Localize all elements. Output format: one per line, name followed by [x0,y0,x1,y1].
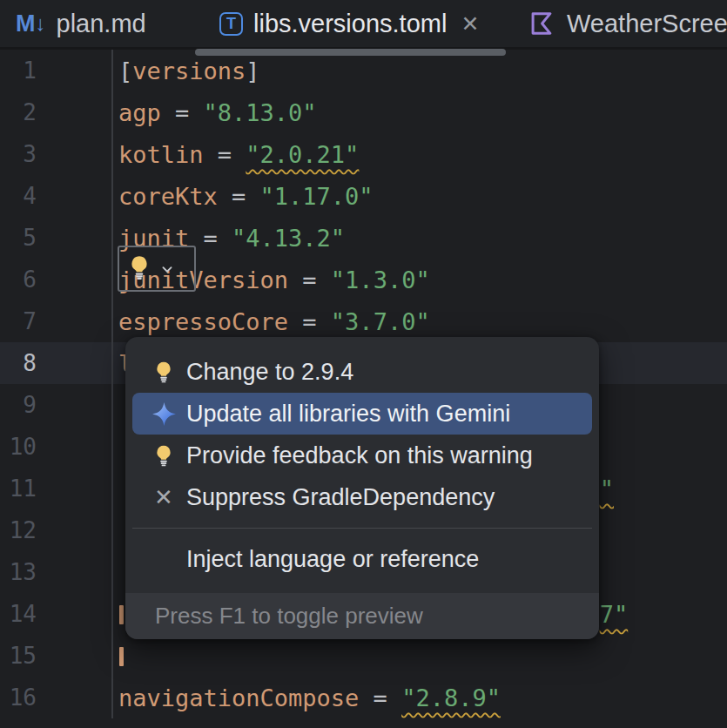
menu-item-label: Change to 2.9.4 [186,359,353,386]
editor-line-4[interactable]: 4coreKtx = "1.17.0" [0,175,727,217]
gutter: 6 [0,259,113,300]
clipped-text-fragment [119,647,124,666]
gemini-sparkle-icon [150,400,178,428]
editor-line-3[interactable]: 3kotlin = "2.0.21" [0,133,727,175]
menu-item-update-all-libraries-with-gemini[interactable]: Update all libraries with Gemini [132,393,592,435]
gutter: 9 [0,384,113,426]
intention-actions-popup: Change to 2.9.4Update all libraries with… [125,337,599,639]
gutter: 10 [0,426,113,468]
code-text: espressoCore = "3.7.0" [113,308,430,335]
menu-item-inject-language-or-reference[interactable]: Inject language or reference [125,538,599,580]
gutter: 15 [0,635,113,677]
intention-menu: Change to 2.9.4Update all libraries with… [125,337,599,580]
editor-line-16[interactable]: 16navigationCompose = "2.8.9" [0,677,727,718]
editor-line-6[interactable]: 6junitVersion = "1.3.0" [0,259,727,300]
intention-bulb-widget[interactable] [118,246,196,292]
line-number: 1 [0,57,37,84]
line-number: 7 [0,308,37,334]
gutter: 2 [0,91,113,133]
line-number: 8 [0,350,37,376]
line-number: 12 [0,517,37,543]
editor-line-15[interactable]: 15 [0,635,727,677]
line-number: 14 [0,601,37,627]
gutter: 5 [0,217,113,259]
menu-item-label: Provide feedback on this warning [186,442,533,469]
menu-item-provide-feedback-on-this-warning[interactable]: Provide feedback on this warning [125,435,599,476]
active-tab-indicator [195,49,506,56]
line-number: 13 [0,559,37,585]
ide-window: M↓plan.mdTlibs.versions.toml✕WeatherScre… [0,0,727,728]
tab-label: libs.versions.toml [253,10,447,38]
menu-item-label: Inject language or reference [186,546,479,573]
tab-plan-md[interactable]: M↓plan.md [0,0,195,49]
toml-icon: T [219,12,243,36]
editor-line-2[interactable]: 2agp = "8.13.0" [0,91,727,133]
code-text: kotlin = "2.0.21" [113,141,359,168]
line-number: 16 [0,684,37,711]
gutter: 1 [0,50,113,91]
code-text: [versions] [113,57,260,84]
popup-footer-hint: Press F1 to toggle preview [125,593,599,639]
chevron-down-icon [158,260,177,279]
gutter: 7 [0,300,113,342]
line-number: 6 [0,266,37,293]
menu-item-change-to-2-9-4[interactable]: Change to 2.9.4 [125,351,599,393]
line-number: 9 [0,392,37,418]
menu-item-label: Suppress GradleDependency [186,484,495,511]
menu-item-label: Update all libraries with Gemini [186,401,510,428]
line-number: 15 [0,643,37,669]
markdown-icon: M↓ [16,10,46,37]
none [150,545,178,573]
code-text: agp = "8.13.0" [113,99,317,126]
gutter: 11 [0,468,113,509]
lightbulb-icon [150,358,178,386]
tab-libs-versions-toml[interactable]: Tlibs.versions.toml✕ [195,0,508,49]
editor-line-1[interactable]: 1[versions] [0,50,727,91]
gutter: 12 [0,509,113,551]
line-number: 2 [0,99,37,125]
compose-icon [527,9,556,38]
clipped-text-fragment [119,605,124,624]
lightbulb-icon [150,442,178,469]
line-number: 3 [0,141,37,167]
line-number: 4 [0,183,37,209]
close-tab-icon[interactable]: ✕ [461,13,479,35]
gutter: 16 [0,677,113,718]
gutter: 13 [0,551,113,593]
line-number: 11 [0,475,37,502]
line-number: 5 [0,225,37,251]
suppress-x-icon: ✕ [150,483,178,511]
tab-weatherscree[interactable]: WeatherScree [508,0,727,49]
editor-line-5[interactable]: 5junit = "4.13.2" [0,217,727,259]
tab-label: WeatherScree [567,10,727,38]
menu-separator [132,528,592,529]
tab-label: plan.md [57,10,146,38]
code-text: coreKtx = "1.17.0" [113,183,374,210]
line-number: 10 [0,434,37,460]
code-text: navigationCompose = "2.8.9" [113,684,501,711]
gutter: 8 [0,342,113,384]
editor-line-7[interactable]: 7espressoCore = "3.7.0" [0,300,727,342]
lightbulb-icon [125,253,154,286]
gutter: 3 [0,133,113,175]
gutter: 4 [0,175,113,217]
gutter: 14 [0,593,113,635]
menu-item-suppress-gradledependency[interactable]: ✕Suppress GradleDependency [125,476,599,518]
tab-bar: M↓plan.mdTlibs.versions.toml✕WeatherScre… [0,0,727,50]
